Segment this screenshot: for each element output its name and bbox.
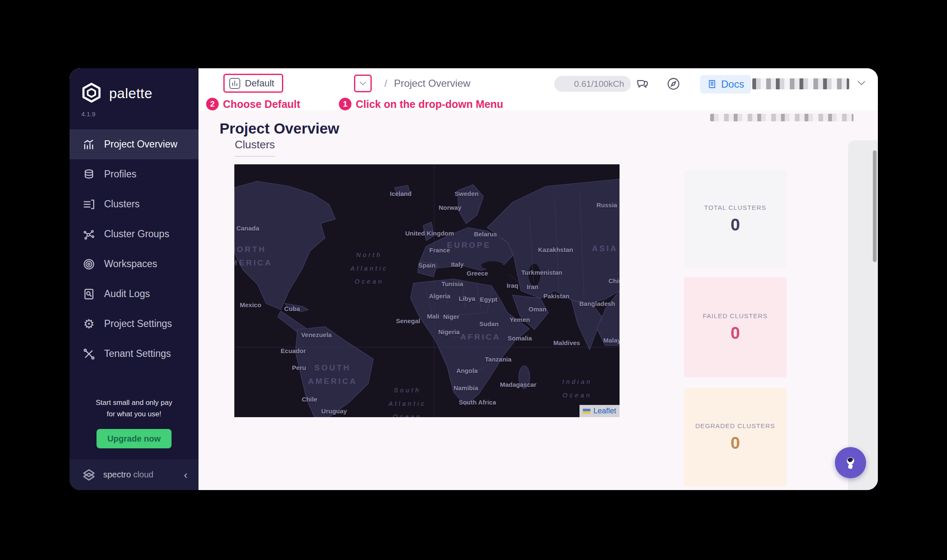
usage-quota-badge: 0.61/100kCh — [554, 76, 631, 92]
upgrade-now-button[interactable]: Upgrade now — [97, 429, 172, 448]
spectro-cloud-logo-icon — [80, 466, 97, 483]
map-continent-label: AFRICA — [460, 330, 501, 344]
map-country-label: Iraq — [507, 281, 518, 289]
sidebar-item-project-settings[interactable]: ⚙ Project Settings — [70, 309, 199, 339]
map-country-label: Iceland — [390, 190, 412, 197]
sidebar-item-label: Project Settings — [104, 318, 172, 330]
sidebar-footer: spectro cloud ‹ — [70, 459, 199, 490]
map-country-label: Tunisia — [442, 280, 463, 287]
redacted-info-line — [710, 114, 853, 121]
map-country-label: Tanzania — [485, 356, 512, 363]
chart-overview-icon — [82, 138, 96, 151]
brand-header: palette — [70, 68, 199, 104]
map-geometry — [234, 164, 620, 417]
annotation-text: Click on the drop-down Menu — [356, 98, 503, 110]
clusters-server-icon — [82, 198, 96, 211]
map-country-label: Iran — [527, 283, 539, 290]
map-country-label: Chile — [302, 395, 317, 402]
app-version: 4.1.9 — [70, 104, 199, 118]
map-country-label: Belarus — [474, 230, 497, 238]
tools-icon — [82, 347, 96, 361]
map-country-label: Maldives — [553, 339, 580, 346]
map-country-label: Russia — [596, 201, 617, 209]
map-continent-label: EUROPE — [447, 238, 491, 252]
map-country-label: Bangladesh — [579, 300, 615, 307]
map-country-label: Oman — [528, 305, 547, 313]
degraded-clusters-card: DEGRADED CLUSTERS 0 — [684, 388, 786, 486]
map-country-label: South Africa — [459, 399, 496, 406]
palette-logo-icon — [80, 83, 102, 104]
project-selector-button[interactable]: Default — [223, 74, 283, 93]
map-country-label: Greece — [467, 270, 488, 277]
chevron-down-icon — [358, 79, 368, 88]
map-country-label: Nigeria — [438, 328, 460, 335]
annotation-badge: 1 — [339, 98, 351, 110]
assistant-fab-button[interactable] — [835, 447, 866, 478]
sidebar-nav: Project Overview Profiles Clusters — [70, 129, 199, 369]
map-continent-label: ASIA — [592, 242, 618, 255]
map-country-label: China — [609, 277, 620, 284]
ukraine-flag-icon — [583, 409, 590, 414]
chat-messages-icon[interactable] — [635, 77, 649, 91]
project-selector-label: Default — [245, 78, 274, 89]
map-country-label: Cuba — [284, 305, 300, 312]
map-country-label: Norway — [439, 204, 461, 211]
total-clusters-card: TOTAL CLUSTERS 0 — [684, 170, 786, 268]
map-country-label: Pakistan — [543, 292, 569, 300]
map-country-label: Senegal — [396, 317, 420, 324]
sidebar-item-workspaces[interactable]: Workspaces — [70, 249, 199, 279]
profiles-stack-icon — [82, 168, 96, 181]
sidebar-item-label: Clusters — [104, 198, 140, 210]
gear-icon: ⚙ — [82, 317, 96, 331]
map-country-label: Kazakhstan — [538, 246, 573, 253]
audit-logs-search-icon — [82, 287, 96, 301]
map-country-label: Sudan — [479, 320, 499, 327]
sidebar-item-project-overview[interactable]: Project Overview — [70, 129, 199, 159]
app-window: palette 4.1.9 Project Overview — [70, 68, 878, 490]
map-country-label: Yemen — [510, 316, 530, 323]
map-country-label: Algeria — [429, 292, 451, 300]
project-dropdown-button[interactable] — [354, 75, 372, 92]
sidebar-item-label: Workspaces — [104, 258, 157, 270]
vertical-scrollbar-thumb[interactable] — [873, 150, 877, 262]
card-label: TOTAL CLUSTERS — [704, 204, 766, 211]
sidebar-item-label: Audit Logs — [104, 288, 150, 300]
sidebar-item-profiles[interactable]: Profiles — [70, 159, 199, 189]
upgrade-promo-text: Start small and only pay for what you us… — [70, 397, 199, 420]
book-icon — [707, 79, 717, 89]
tab-underline — [235, 156, 275, 157]
map-country-label: Angola — [456, 367, 478, 374]
sidebar-item-audit-logs[interactable]: Audit Logs — [70, 279, 199, 309]
annotation-badge: 2 — [206, 98, 219, 110]
page-title: Project Overview — [220, 120, 339, 137]
world-map[interactable]: Leaflet IcelandSwedenNorwayRussiaCanadaU… — [234, 164, 620, 417]
map-country-label: Libya — [459, 295, 475, 302]
docs-button[interactable]: Docs — [700, 75, 751, 94]
sidebar-item-clusters[interactable]: Clusters — [70, 189, 199, 219]
card-value: 0 — [730, 215, 740, 234]
sidebar-collapse-chevron-icon[interactable]: ‹ — [184, 469, 188, 480]
map-country-label: Italy — [451, 261, 464, 268]
sidebar-item-tenant-settings[interactable]: Tenant Settings — [70, 339, 199, 369]
map-ocean-label: Indian Ocean — [562, 375, 592, 402]
map-country-label: Ecuador — [281, 347, 306, 354]
failed-clusters-card: FAILED CLUSTERS 0 — [684, 277, 786, 377]
user-menu-chevron-down-icon[interactable] — [857, 80, 866, 88]
card-label: FAILED CLUSTERS — [703, 312, 768, 319]
brand-wordmark: palette — [109, 86, 153, 102]
redacted-username[interactable] — [752, 78, 849, 89]
screenshot-canvas: palette 4.1.9 Project Overview — [0, 0, 947, 560]
map-country-label: Turkmenistan — [521, 269, 562, 276]
map-country-label: United Kingdom — [405, 230, 454, 237]
map-ocean-label: North Atlantic Ocean — [350, 248, 388, 288]
map-country-label: Peru — [292, 364, 306, 371]
map-country-label: Mexico — [240, 301, 261, 308]
topbar: Default /Project Overview 0.61/100kCh — [199, 68, 878, 110]
map-country-label: Madagascar — [500, 381, 537, 388]
compass-icon[interactable] — [666, 77, 681, 91]
leaflet-attribution[interactable]: Leaflet — [579, 405, 620, 417]
tab-clusters[interactable]: Clusters — [235, 138, 275, 151]
sidebar-item-label: Cluster Groups — [104, 228, 169, 240]
breadcrumb-separator: / — [384, 78, 387, 89]
sidebar-item-cluster-groups[interactable]: Cluster Groups — [70, 219, 199, 249]
